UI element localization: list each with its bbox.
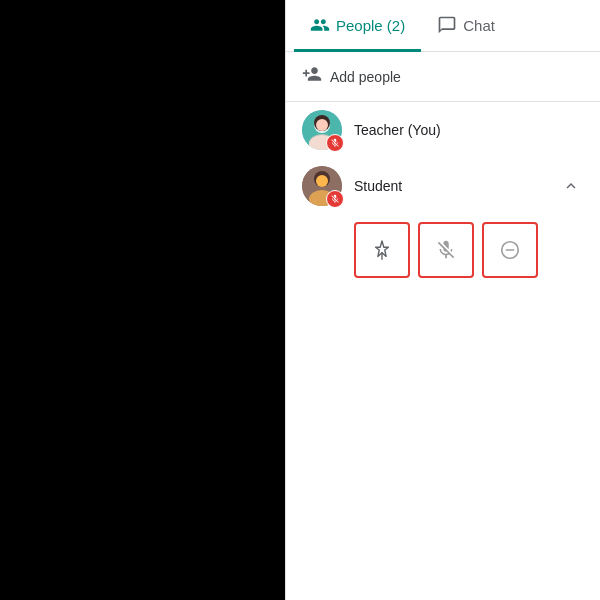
mute-button[interactable] <box>418 222 474 278</box>
student-action-row <box>302 218 584 286</box>
student-chevron-button[interactable] <box>558 173 584 199</box>
avatar-wrap-student <box>302 166 342 206</box>
avatar-wrap-teacher <box>302 110 342 150</box>
people-icon <box>310 15 330 35</box>
tab-chat-label: Chat <box>463 17 495 34</box>
add-people-row[interactable]: Add people <box>286 52 600 102</box>
participant-teacher: Teacher (You) <box>286 102 600 158</box>
mute-badge-teacher <box>326 134 344 152</box>
participant-student: Student <box>286 158 600 294</box>
chat-icon <box>437 15 457 35</box>
teacher-name: Teacher (You) <box>354 122 584 138</box>
student-name: Student <box>354 178 546 194</box>
add-people-label: Add people <box>330 69 401 85</box>
svg-point-8 <box>316 175 328 187</box>
tab-people-label: People (2) <box>336 17 405 34</box>
tab-bar: People (2) Chat <box>286 0 600 52</box>
participants-list: Teacher (You) <box>286 102 600 600</box>
remove-button[interactable] <box>482 222 538 278</box>
sidebar-panel: People (2) Chat Add people <box>285 0 600 600</box>
add-person-icon <box>302 64 322 89</box>
video-panel <box>0 0 285 600</box>
tab-chat[interactable]: Chat <box>421 1 511 52</box>
svg-point-4 <box>316 119 328 131</box>
pin-button[interactable] <box>354 222 410 278</box>
tab-people[interactable]: People (2) <box>294 1 421 52</box>
mute-badge-student <box>326 190 344 208</box>
